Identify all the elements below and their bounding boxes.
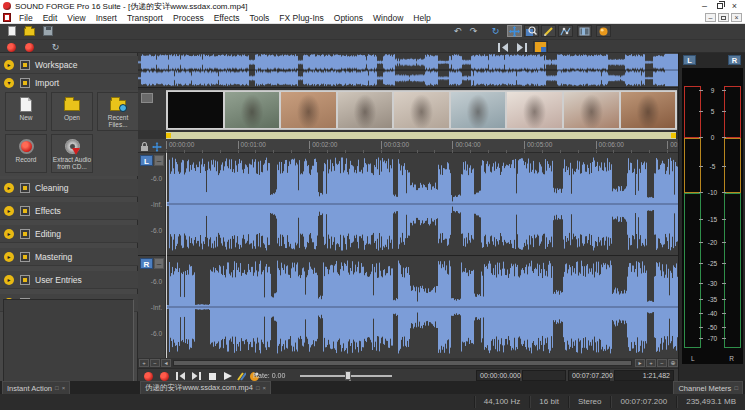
minimize-button[interactable]: – [697,1,712,11]
menu-item-file[interactable]: File [14,13,38,23]
zoom-out-button[interactable]: − [657,359,667,367]
tab-document[interactable]: 伪递的安详www.ssdax.com.mp4 □ × [140,381,271,394]
left-channel-minimize-button[interactable]: – [154,155,164,166]
loop-start-handle[interactable] [166,133,171,138]
menu-item-window[interactable]: Window [368,13,408,23]
video-track-icon[interactable] [141,93,153,103]
scrollbar-thumb[interactable] [173,360,632,366]
envelope-tool-button[interactable] [558,25,573,37]
go-to-start-button[interactable] [496,41,511,53]
rate-slider-handle[interactable] [345,371,351,380]
mdi-restore-button[interactable] [718,13,729,22]
right-channel-minimize-button[interactable]: – [154,258,164,269]
menu-item-help[interactable]: Help [408,13,435,23]
zoom-out-time-button[interactable]: − [150,359,160,367]
save-button[interactable] [40,25,55,37]
loop-region-bar[interactable] [166,132,676,139]
mdi-minimize-button[interactable]: – [705,13,716,22]
lock-icon[interactable] [139,141,150,152]
video-frame[interactable] [168,92,223,128]
sidebar-section-editing[interactable]: ▸Editing [0,225,138,243]
go-to-end-button[interactable] [514,41,529,53]
play-button[interactable] [221,371,234,381]
playback-cursor[interactable] [166,153,167,358]
import-tile-recent-files[interactable]: Recent Files... [97,92,139,131]
right-channel-button[interactable]: R [140,258,153,269]
go-to-start-button[interactable] [174,371,187,381]
sidebar-section-workspace[interactable]: ▸Workspace [0,56,138,74]
video-frame[interactable] [507,92,562,128]
sidebar-section-mastering[interactable]: ▸Mastering [0,248,138,266]
meter-scale-label: -70 [702,336,723,342]
video-frame[interactable] [338,92,393,128]
doc-restore-icon[interactable]: □ [256,385,260,391]
record-button[interactable] [22,41,37,53]
panel-restore-icon[interactable]: □ [55,385,59,391]
repeat-button[interactable]: ↻ [488,25,503,37]
scroll-left-button[interactable]: ◂ [161,359,171,367]
tab-channel-meters[interactable]: Channel Meters □ [673,381,743,394]
right-channel-waveform[interactable] [166,256,678,358]
video-frame[interactable] [394,92,449,128]
document-icon[interactable] [3,13,11,22]
menu-item-transport[interactable]: Transport [122,13,168,23]
meter-display[interactable]: 950-5-10-15-20-25-30-35-40-50-70 L R [682,68,743,364]
redo-button[interactable]: ↷ [466,25,481,37]
open-file-button[interactable] [22,25,37,37]
menu-item-options[interactable]: Options [329,13,368,23]
record-remote-button[interactable] [4,41,19,53]
doc-close-icon[interactable]: × [263,385,267,391]
event-tool-button[interactable] [577,25,592,37]
record-remote-button[interactable] [142,371,155,381]
sidebar-section-cleaning[interactable]: ▸Cleaning [0,179,138,197]
zoom-in-button[interactable]: + [646,359,656,367]
scroll-right-button[interactable]: ▸ [635,359,645,367]
go-to-end-button[interactable] [190,371,203,381]
video-frame[interactable] [281,92,336,128]
menu-item-tools[interactable]: Tools [245,13,275,23]
import-tile-new[interactable]: New [5,92,47,131]
edit-tool-button[interactable] [507,25,522,37]
time-ruler[interactable]: 00:00:0000:01:0000:02:0000:03:0000:04:00… [138,139,678,153]
loop-playback-button[interactable] [235,371,248,381]
panel-close-icon[interactable]: × [62,385,66,391]
restore-button[interactable] [712,1,727,11]
left-channel-button[interactable]: L [140,155,153,166]
pencil-tool-button[interactable] [541,25,556,37]
loop-button[interactable]: ↻ [48,41,63,53]
video-frame[interactable] [621,92,676,128]
import-tile-open[interactable]: Open [51,92,93,131]
meter-left-button[interactable]: L [683,55,696,65]
pan-tool-icon[interactable] [151,141,162,152]
new-file-button[interactable] [4,25,19,37]
video-frame[interactable] [564,92,619,128]
zoom-tool-button[interactable]: ⊕ [668,359,678,367]
import-tile-record[interactable]: Record [5,134,47,173]
magnify-tool-button[interactable] [524,25,539,37]
paint-tool-button[interactable] [596,25,611,37]
menu-item-process[interactable]: Process [168,13,209,23]
video-frame[interactable] [225,92,280,128]
snap-grid-button[interactable] [533,41,548,53]
sidebar-section-user-entries[interactable]: ▸User Entries [0,271,138,289]
mdi-close-button[interactable]: × [731,13,742,22]
menu-item-insert[interactable]: Insert [91,13,122,23]
left-channel-waveform[interactable] [166,153,678,255]
stop-button[interactable] [206,371,219,381]
menu-item-view[interactable]: View [62,13,90,23]
meters-restore-icon[interactable]: □ [734,385,738,391]
close-button[interactable]: × [727,1,742,11]
video-frame[interactable] [451,92,506,128]
import-tile-extract-cd[interactable]: Extract Audio from CD... [51,134,93,173]
record-button[interactable] [158,371,171,381]
menu-item-fx-plug-ins[interactable]: FX Plug-Ins [274,13,328,23]
loop-end-handle[interactable] [671,133,676,138]
zoom-in-time-button[interactable]: + [139,359,149,367]
menu-item-edit[interactable]: Edit [38,13,63,23]
tab-instant-action[interactable]: Instant Action □ × [2,381,70,394]
meter-right-button[interactable]: R [728,55,741,65]
menu-item-effects[interactable]: Effects [209,13,245,23]
overview-waveform[interactable] [138,53,678,88]
undo-button[interactable]: ↶ [450,25,465,37]
sidebar-section-effects[interactable]: ▸Effects [0,202,138,220]
